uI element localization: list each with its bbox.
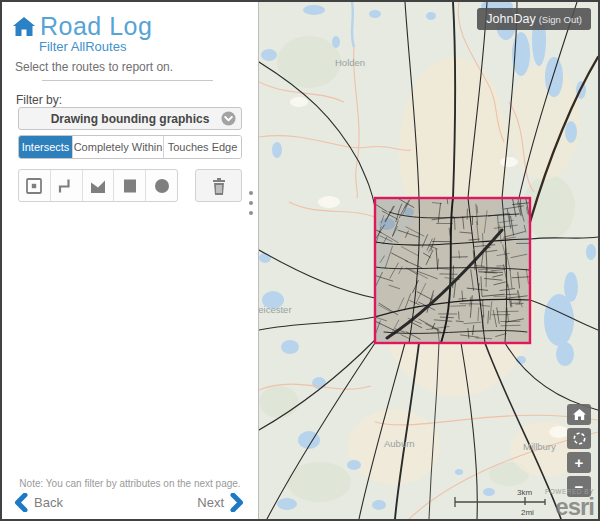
chevron-down-icon: [221, 111, 236, 126]
footer-note: Note: You can filter by attributes on th…: [2, 478, 258, 489]
mode-completely-within-button[interactable]: Completely Within: [73, 136, 164, 158]
draw-circle-button[interactable]: [146, 170, 177, 201]
road-log-window: Road Log Filter AllRoutes Select the rou…: [0, 0, 600, 521]
place-label-auburn: Auburn: [384, 438, 415, 449]
sidebar-panel: Road Log Filter AllRoutes Select the rou…: [2, 2, 259, 519]
ellipsis-dot: [249, 201, 253, 205]
esri-brand-label: esri: [545, 495, 594, 519]
map-home-icon: [573, 409, 586, 421]
ellipsis-dot: [249, 191, 253, 195]
basemap-svg: Holden Leicester Auburn Millbury 3km 2mi: [259, 2, 598, 519]
next-button[interactable]: Next: [197, 493, 244, 512]
place-label-millbury: Millbury: [523, 441, 556, 452]
next-label: Next: [197, 495, 224, 510]
instruction-text: Select the routes to report on.: [15, 60, 173, 74]
draw-rectangle-button[interactable]: [114, 170, 146, 201]
rectangle-tool-icon: [120, 176, 140, 196]
scale-mi-label: 2mi: [521, 508, 534, 517]
city-streets-group: [368, 194, 533, 349]
divider-line: [42, 80, 213, 81]
filter-type-dropdown[interactable]: Drawing bounding graphics: [18, 107, 242, 130]
ellipsis-dot: [249, 211, 253, 215]
filter-allroutes-link[interactable]: Filter AllRoutes: [39, 39, 126, 54]
zoom-in-button[interactable]: +: [567, 452, 591, 473]
place-label-leicester: Leicester: [259, 304, 292, 315]
draw-polyline-button[interactable]: [51, 170, 83, 201]
map-home-button[interactable]: [567, 404, 591, 425]
chevron-right-icon: [230, 493, 244, 512]
map-controls: + −: [567, 404, 591, 497]
user-signout-button[interactable]: JohnDay(Sign Out): [477, 8, 591, 30]
spatial-mode-group: Intersects Completely Within Touches Edg…: [18, 135, 242, 159]
circle-tool-icon: [152, 176, 172, 196]
place-label-holden: Holden: [335, 57, 365, 68]
locate-icon: [572, 431, 587, 446]
home-icon: [12, 16, 36, 38]
polyline-tool-icon: [56, 176, 76, 196]
point-tool-icon: [24, 176, 44, 196]
app-header: Road Log: [12, 12, 152, 41]
panel-collapse-handle[interactable]: [249, 191, 253, 215]
clear-graphics-button[interactable]: [195, 169, 242, 202]
esri-attribution: POWERED BY esri: [545, 489, 594, 520]
scale-km-label: 3km: [517, 488, 532, 497]
polygon-tool-icon: [88, 176, 108, 196]
back-label: Back: [34, 495, 63, 510]
mode-intersects-button[interactable]: Intersects: [19, 136, 73, 158]
chevron-left-icon: [14, 493, 28, 512]
username-label: JohnDay: [486, 12, 535, 26]
draw-polygon-button[interactable]: [83, 170, 115, 201]
back-button[interactable]: Back: [14, 493, 63, 512]
scale-bar: [455, 497, 545, 507]
draw-point-button[interactable]: [19, 170, 51, 201]
filter-by-label: Filter by:: [16, 93, 62, 107]
dropdown-selected-value: Drawing bounding graphics: [51, 112, 210, 126]
draw-tools-group: [18, 169, 178, 202]
page-title: Road Log: [40, 12, 152, 41]
signout-label: (Sign Out): [539, 14, 582, 25]
map-canvas[interactable]: Holden Leicester Auburn Millbury 3km 2mi…: [259, 2, 598, 519]
mode-touches-edge-button[interactable]: Touches Edge: [164, 136, 241, 158]
trash-icon: [209, 175, 229, 197]
locate-button[interactable]: [567, 428, 591, 449]
